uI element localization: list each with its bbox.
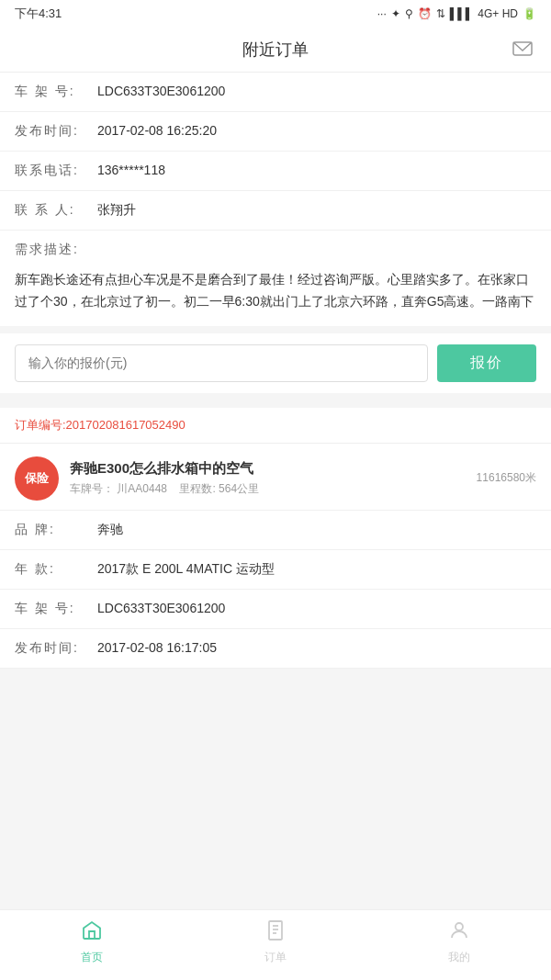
quote-input[interactable] (15, 344, 428, 382)
nav-profile[interactable]: 我的 (432, 919, 487, 965)
order-subtitle: 车牌号： 川AA0448 里程数: 564公里 (70, 481, 466, 497)
bottom-nav: 首页 订单 我的 (0, 909, 551, 980)
chassis-label: 车 架 号: (15, 84, 97, 100)
order-distance: 11616580米 (477, 470, 536, 486)
contact-value: 张翔升 (97, 202, 536, 219)
brand-value: 奔驰 (97, 522, 536, 538)
mileage-label: 里程数: (179, 482, 215, 495)
phone-label: 联系电话: (15, 163, 97, 179)
order-title: 奔驰E300怎么排水箱中的空气 (70, 460, 466, 478)
year-row: 年 款: 2017款 E 200L 4MATIC 运动型 (0, 550, 551, 590)
chassis-value: LDC633T30E3061200 (97, 84, 536, 98)
order-title-section: 奔驰E300怎么排水箱中的空气 车牌号： 川AA0448 里程数: 564公里 (70, 460, 466, 497)
status-time: 下午4:31 (15, 6, 62, 22)
status-bar: 下午4:31 ··· ✦ ⚲ ⏰ ⇅ ▌▌▌ 4G+ HD 🔋 (0, 0, 551, 28)
order-icon (264, 919, 287, 947)
brand-row: 品 牌: 奔驰 (0, 511, 551, 550)
order-badge: 保险 (15, 456, 59, 501)
nav-home[interactable]: 首页 (64, 919, 119, 965)
brand-label: 品 牌: (15, 522, 97, 538)
publish-time-value: 2017-02-08 16:25:20 (97, 123, 536, 138)
second-chassis-value: LDC633T30E3061200 (97, 601, 536, 615)
order-detail-card: 车 架 号: LDC633T30E3061200 发布时间: 2017-02-0… (0, 73, 551, 326)
status-icons: ··· ✦ ⚲ ⏰ ⇅ ▌▌▌ 4G+ HD 🔋 (377, 7, 536, 20)
year-label: 年 款: (15, 561, 97, 578)
second-chassis-row: 车 架 号: LDC633T30E3061200 (0, 590, 551, 629)
main-content: 车 架 号: LDC633T30E3061200 发布时间: 2017-02-0… (0, 73, 551, 740)
plate-label: 车牌号： (70, 482, 114, 495)
divider (0, 400, 551, 408)
page-header: 附近订单 (0, 28, 551, 73)
second-chassis-label: 车 架 号: (15, 601, 97, 617)
plate-value: 川AA0448 (117, 482, 167, 495)
phone-row: 联系电话: 136*****118 (0, 152, 551, 191)
contact-label: 联 系 人: (15, 202, 97, 219)
second-publish-time-label: 发布时间: (15, 640, 97, 657)
second-publish-time-value: 2017-02-08 16:17:05 (97, 640, 536, 655)
order-number: 订单编号:201702081617052490 (0, 408, 551, 444)
message-button[interactable] (509, 36, 536, 63)
quote-section: 报价 (0, 333, 551, 393)
profile-label: 我的 (448, 950, 470, 965)
chassis-row: 车 架 号: LDC633T30E3061200 (0, 73, 551, 112)
mileage-value: 564公里 (219, 482, 259, 495)
description-text: 新车跑长途还有点担心车况是不是磨合到了最佳！经过咨询严版。心里踏实多了。在张家口… (0, 264, 551, 326)
quote-button[interactable]: 报价 (437, 344, 536, 382)
page-title: 附近订单 (242, 39, 309, 61)
year-value: 2017款 E 200L 4MATIC 运动型 (97, 561, 536, 578)
second-publish-time-row: 发布时间: 2017-02-08 16:17:05 (0, 629, 551, 669)
home-label: 首页 (81, 950, 103, 965)
svg-point-5 (455, 923, 463, 930)
person-icon (448, 919, 470, 947)
svg-rect-1 (269, 921, 282, 940)
publish-time-row: 发布时间: 2017-02-08 16:25:20 (0, 112, 551, 152)
publish-time-label: 发布时间: (15, 123, 97, 140)
description-label-row: 需求描述: (0, 231, 551, 264)
nav-order[interactable]: 订单 (248, 919, 303, 965)
contact-row: 联 系 人: 张翔升 (0, 191, 551, 231)
home-icon (81, 919, 103, 947)
order-card-header: 保险 奔驰E300怎么排水箱中的空气 车牌号： 川AA0448 里程数: 564… (0, 444, 551, 511)
order-label: 订单 (264, 950, 287, 965)
second-order-card: 订单编号:201702081617052490 保险 奔驰E300怎么排水箱中的… (0, 408, 551, 669)
phone-value: 136*****118 (97, 163, 536, 177)
description-label: 需求描述: (15, 242, 97, 258)
